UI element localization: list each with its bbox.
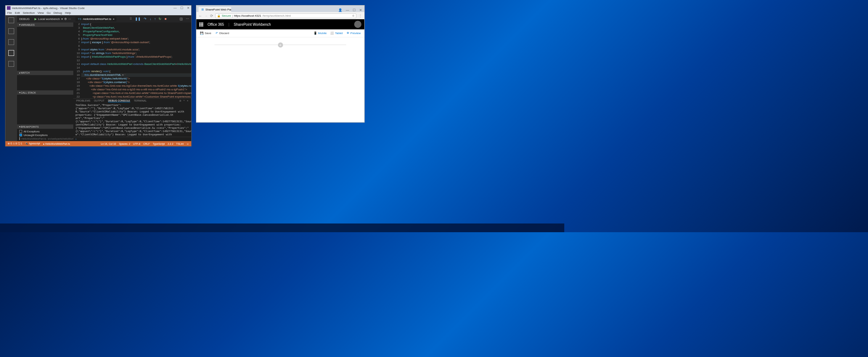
- menu-debug[interactable]: Debug: [53, 11, 62, 15]
- browser-tab[interactable]: ⊞ SharePoint Web Part Wo ×: [198, 7, 231, 12]
- extensions-icon[interactable]: [8, 61, 14, 67]
- forward-button[interactable]: →: [204, 14, 208, 18]
- drag-handle-icon[interactable]: ⠿: [130, 17, 132, 21]
- maximize-button[interactable]: ☐: [353, 8, 356, 12]
- status-lang-server[interactable]: 🔌 typescript: [25, 142, 40, 145]
- close-button[interactable]: ✕: [359, 8, 362, 12]
- maximize-button[interactable]: ☐: [180, 6, 183, 10]
- address-bar[interactable]: 🔒 Secure | https://localhost:4321/temp/w…: [215, 13, 356, 18]
- launch-config[interactable]: Local workbench: [38, 17, 60, 21]
- avatar-icon[interactable]: 👤: [338, 8, 342, 12]
- bp-all-exceptions[interactable]: All Exceptions: [19, 130, 71, 133]
- more-icon[interactable]: ⋯: [68, 17, 71, 21]
- url-host: https://localhost:4321: [234, 14, 261, 17]
- menu-bar: File Edit Selection View Go Debug Help: [5, 11, 191, 15]
- preview-button[interactable]: 👁Preview: [347, 32, 361, 35]
- status-feedback[interactable]: ☺: [187, 143, 189, 145]
- search-icon[interactable]: [8, 28, 14, 34]
- tab-terminal[interactable]: TERMINAL: [134, 99, 147, 102]
- pause-button[interactable]: ❚❚: [135, 17, 141, 21]
- editor-tab[interactable]: TS HelloWorldWebPart.ts ×: [75, 17, 116, 21]
- vscode-titlebar[interactable]: HelloWorldWebPart.ts - spfx-debug - Visu…: [5, 5, 191, 11]
- menu-file[interactable]: File: [7, 11, 12, 15]
- save-button[interactable]: 💾Save: [200, 32, 211, 35]
- panel-tabs: PROBLEMS OUTPUT DEBUG CONSOLE TERMINAL ⊘…: [73, 99, 191, 103]
- menu-selection[interactable]: Selection: [23, 11, 35, 15]
- add-webpart-button[interactable]: +: [278, 42, 283, 48]
- minimize-button[interactable]: —: [173, 6, 177, 10]
- variables-section[interactable]: ▸ VARIABLES: [17, 22, 73, 27]
- discard-button[interactable]: ↶Discard: [216, 32, 229, 35]
- reload-button[interactable]: ⟳: [210, 14, 213, 18]
- lock-icon: 🔒: [217, 14, 221, 17]
- debug-console-output[interactable]: Toolbox.Success","Properties":{"appver":…: [73, 103, 191, 137]
- status-spaces[interactable]: Spaces: 2: [119, 143, 130, 145]
- tab-close-icon[interactable]: ×: [113, 17, 115, 21]
- window-controls: — ☐ ✕: [173, 6, 190, 10]
- menu-go[interactable]: Go: [47, 11, 51, 15]
- eye-icon: 👁: [347, 32, 349, 35]
- debug-icon[interactable]: [8, 50, 14, 56]
- tablet-icon: ⬜: [330, 32, 334, 35]
- windows-taskbar[interactable]: [0, 223, 564, 232]
- git-icon[interactable]: [8, 39, 14, 45]
- clear-console-icon[interactable]: ⊘: [179, 99, 181, 102]
- chrome-window: ⊞ SharePoint Web Part Wo × 👤 — ☐ ✕ ← → ⟳…: [196, 5, 365, 123]
- vscode-window: HelloWorldWebPart.ts - spfx-debug - Visu…: [5, 5, 192, 147]
- menu-view[interactable]: View: [38, 11, 44, 15]
- step-into-button[interactable]: ↓: [150, 17, 151, 21]
- tab-problems[interactable]: PROBLEMS: [76, 99, 90, 102]
- explorer-icon[interactable]: [8, 17, 14, 23]
- status-eol[interactable]: CRLF: [143, 143, 150, 145]
- mobile-button[interactable]: 📱Mobile: [314, 32, 327, 35]
- debug-toolbar: ⠿ ❚❚ ↷ ↓ ↑ ↻ ■: [130, 17, 166, 21]
- app-launcher-icon[interactable]: [199, 22, 203, 26]
- close-button[interactable]: ✕: [187, 6, 190, 10]
- breakpoints-section[interactable]: ▸ BREAKPOINTS: [17, 124, 73, 129]
- panel-maximize-icon[interactable]: ^: [184, 99, 185, 102]
- gear-icon[interactable]: ⚙: [64, 17, 67, 21]
- vscode-icon: [7, 6, 11, 10]
- bp-uncaught-exceptions[interactable]: Uncaught Exceptions: [19, 133, 71, 137]
- suite-brand[interactable]: Office 365: [208, 22, 224, 26]
- split-editor-icon[interactable]: ◫: [180, 17, 183, 21]
- tab-debug-console[interactable]: DEBUG CONSOLE: [108, 99, 130, 102]
- editor-more-icon[interactable]: ⋯: [186, 17, 189, 21]
- watch-section[interactable]: ▸ WATCH: [17, 71, 73, 75]
- restart-button[interactable]: ↻: [159, 17, 161, 21]
- debug-header: DEBUG ▶ Local workbench ▾ ⚙ ⋯: [17, 15, 73, 22]
- callstack-section[interactable]: ▸ CALL STACK: [17, 90, 73, 95]
- debug-title: DEBUG: [19, 17, 29, 21]
- address-bar-row: ← → ⟳ 🔒 Secure | https://localhost:4321/…: [196, 12, 364, 19]
- start-debug-button[interactable]: ▶: [34, 17, 37, 21]
- config-dropdown-icon[interactable]: ▾: [61, 17, 63, 21]
- step-out-button[interactable]: ↑: [154, 17, 156, 21]
- menu-edit[interactable]: Edit: [15, 11, 20, 15]
- stop-button[interactable]: ■: [164, 17, 166, 21]
- menu-help[interactable]: Help: [65, 11, 71, 15]
- status-tslint[interactable]: TSLint: [176, 143, 184, 145]
- status-ts-version[interactable]: 2.2.2: [168, 143, 173, 145]
- line-gutter: 2345678910111213141516171819202122232425…: [73, 22, 81, 98]
- bp-file[interactable]: HelloWorldWebPart.ts src\webparts\helloW…: [19, 137, 71, 140]
- status-encoding[interactable]: UTF-8: [133, 143, 140, 145]
- status-cursor[interactable]: Ln 16, Col 10: [101, 143, 116, 145]
- code-content[interactable]: import { BaseClientSideWebPart, IPropert…: [81, 22, 191, 98]
- code-editor[interactable]: 2345678910111213141516171819202122232425…: [73, 22, 191, 98]
- minimize-button[interactable]: —: [346, 8, 349, 12]
- status-mode[interactable]: TypeScript: [153, 143, 165, 145]
- panel-close-icon[interactable]: ×: [187, 99, 188, 102]
- status-breakpoint[interactable]: ● HelloWorldWebPart.ts: [43, 143, 70, 145]
- chrome-menu-icon[interactable]: ⋮: [359, 14, 362, 18]
- tablet-button[interactable]: ⬜Tablet: [330, 32, 343, 35]
- suite-title: SharePoint Workbench: [234, 22, 271, 26]
- star-icon[interactable]: ☆: [352, 14, 355, 17]
- user-avatar[interactable]: [354, 21, 361, 28]
- status-errors[interactable]: ⊗ 0 ⚠ 8 ⓘ 1: [8, 142, 22, 145]
- undo-icon: ↶: [216, 32, 218, 35]
- console-input[interactable]: ›: [73, 137, 191, 141]
- back-button[interactable]: ←: [198, 14, 202, 18]
- workbench-canvas[interactable]: +: [196, 37, 364, 122]
- step-over-button[interactable]: ↷: [144, 17, 147, 21]
- tab-output[interactable]: OUTPUT: [94, 99, 105, 102]
